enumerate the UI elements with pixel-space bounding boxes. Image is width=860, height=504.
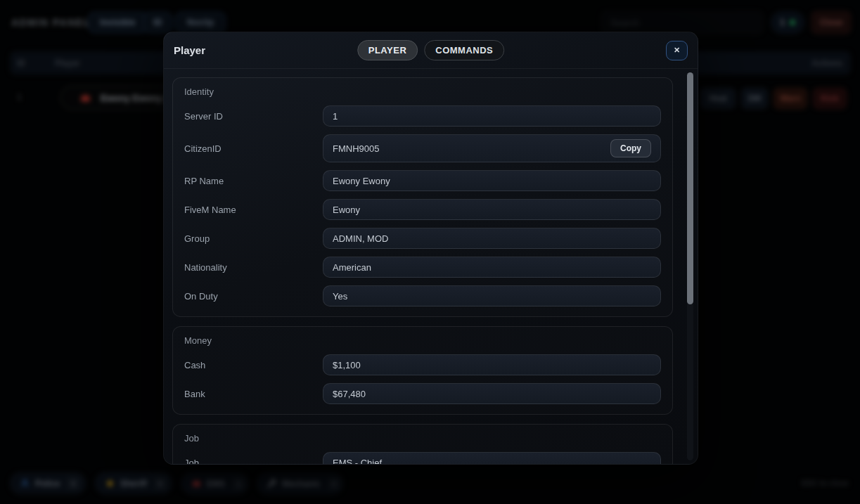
- modal-header: Player PLAYER COMMANDS ✕: [164, 32, 698, 69]
- nationality-field[interactable]: American: [323, 257, 661, 278]
- field-row-cash: Cash $1,100: [184, 354, 661, 375]
- tab-player[interactable]: PLAYER: [357, 40, 418, 60]
- modal-scrollbar-track[interactable]: [687, 72, 693, 460]
- close-icon: ✕: [674, 46, 680, 55]
- field-value: $1,100: [333, 360, 361, 370]
- field-row-rp-name: RP Name Ewony Ewony: [184, 170, 661, 191]
- field-label: Group: [184, 233, 323, 244]
- modal-content: Identity Server ID 1 CitizenID FMNH9005 …: [172, 70, 673, 464]
- field-row-nationality: Nationality American: [184, 257, 661, 278]
- modal-scrollbar-thumb[interactable]: [687, 72, 693, 304]
- field-label: Job: [184, 458, 323, 465]
- rp-name-field[interactable]: Ewony Ewony: [323, 170, 661, 191]
- group-field[interactable]: ADMIN, MOD: [323, 228, 661, 249]
- field-row-citizenid: CitizenID FMNH9005 Copy: [184, 134, 661, 162]
- field-label: RP Name: [184, 176, 323, 186]
- modal-tabs: PLAYER COMMANDS: [357, 40, 505, 60]
- field-value: ADMIN, MOD: [333, 233, 388, 244]
- job-section: Job Job EMS - Chief: [172, 424, 673, 464]
- field-value: Ewony Ewony: [333, 176, 390, 186]
- section-title: Money: [184, 335, 661, 346]
- field-row-job: Job EMS - Chief: [184, 452, 661, 464]
- field-row-bank: Bank $67,480: [184, 383, 661, 404]
- field-value: EMS - Chief: [333, 458, 382, 465]
- server-id-field[interactable]: 1: [323, 105, 661, 127]
- modal-title: Player: [174, 44, 205, 56]
- field-row-fivem-name: FiveM Name Ewony: [184, 199, 661, 220]
- field-value: $67,480: [333, 389, 366, 399]
- bank-field[interactable]: $67,480: [323, 383, 661, 404]
- field-label: Nationality: [184, 262, 323, 273]
- job-field[interactable]: EMS - Chief: [323, 452, 661, 464]
- cash-field[interactable]: $1,100: [323, 354, 661, 375]
- section-title: Job: [184, 433, 661, 444]
- field-label: CitizenID: [184, 143, 323, 154]
- modal-close-button[interactable]: ✕: [666, 41, 688, 60]
- on-duty-field[interactable]: Yes: [323, 285, 661, 306]
- field-value: FMNH9005: [333, 143, 379, 154]
- player-modal: Player PLAYER COMMANDS ✕ Identity Server…: [163, 32, 698, 465]
- section-title: Identity: [184, 86, 661, 97]
- fivem-name-field[interactable]: Ewony: [323, 199, 661, 220]
- field-value: Ewony: [333, 205, 360, 215]
- field-row-server-id: Server ID 1: [184, 105, 661, 127]
- field-row-on-duty: On Duty Yes: [184, 285, 661, 306]
- field-value: 1: [333, 111, 338, 122]
- field-label: Server ID: [184, 111, 323, 122]
- citizenid-field[interactable]: FMNH9005 Copy: [323, 134, 661, 162]
- field-value: Yes: [333, 291, 347, 302]
- field-label: On Duty: [184, 291, 323, 302]
- field-value: American: [333, 262, 371, 273]
- field-label: Cash: [184, 360, 323, 370]
- copy-button[interactable]: Copy: [610, 139, 651, 157]
- identity-section: Identity Server ID 1 CitizenID FMNH9005 …: [172, 77, 673, 317]
- money-section: Money Cash $1,100 Bank $67,480: [172, 326, 673, 415]
- tab-commands[interactable]: COMMANDS: [424, 40, 504, 60]
- field-label: Bank: [184, 389, 323, 399]
- field-row-group: Group ADMIN, MOD: [184, 228, 661, 249]
- field-label: FiveM Name: [184, 205, 323, 215]
